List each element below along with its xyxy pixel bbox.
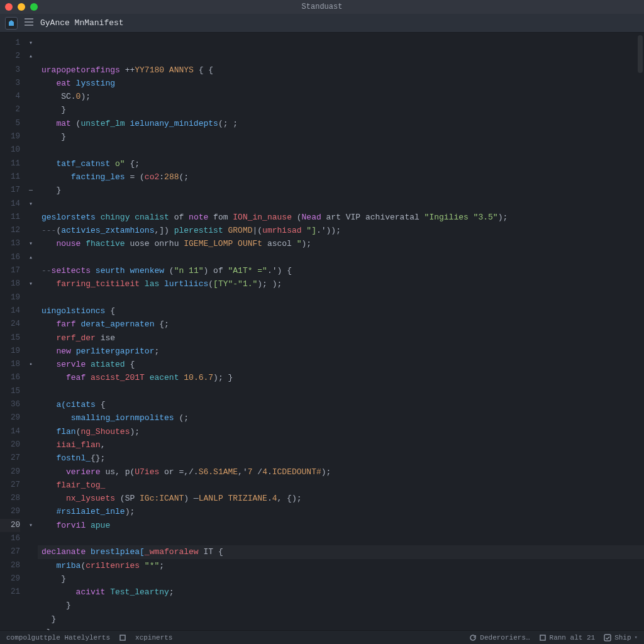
code-line[interactable]: --seitects seurth wnenkew ("n 11") of "A… bbox=[42, 264, 644, 277]
code-line[interactable]: } bbox=[42, 184, 644, 197]
code-line[interactable] bbox=[42, 291, 644, 304]
code-line[interactable]: servle atiated { bbox=[42, 358, 644, 371]
fold-marker bbox=[24, 492, 38, 505]
status-sync[interactable]: Dederoriers… bbox=[469, 634, 530, 641]
code-line[interactable]: #rsilalet_inle); bbox=[42, 505, 644, 518]
fold-marker[interactable]: ▾ bbox=[24, 36, 38, 50]
code-line[interactable]: tatf_catnst o" {; bbox=[42, 157, 644, 170]
line-number: 11 bbox=[0, 157, 20, 170]
code-line[interactable]: rerf_der ise bbox=[42, 331, 644, 345]
code-line[interactable]: farring_tcitileit las lurtliics([TY"-"1.… bbox=[42, 277, 644, 291]
line-number: 2 bbox=[0, 103, 20, 116]
code-line[interactable]: smalling_iornmpolites (; bbox=[42, 411, 644, 425]
status-ship[interactable]: Ship ▾ bbox=[604, 634, 638, 641]
fold-marker bbox=[24, 170, 38, 184]
fold-marker bbox=[24, 385, 38, 398]
code-line[interactable]: feaf ascist_201T eacent 10.6.7); } bbox=[42, 371, 644, 384]
code-line[interactable]: farf derat_apernaten {; bbox=[42, 318, 644, 331]
code-editor[interactable]: urapopetorafings ++YY7180 ANNYS { { eat … bbox=[38, 33, 644, 630]
line-number: 20 bbox=[0, 519, 20, 532]
fold-marker bbox=[24, 264, 38, 277]
code-line[interactable] bbox=[42, 385, 644, 398]
code-line[interactable]: new perlitergapritor; bbox=[42, 345, 644, 358]
line-number: 14 bbox=[0, 197, 20, 211]
code-line[interactable]: fostnl_{}; bbox=[42, 452, 644, 465]
code-line[interactable]: acivit Test_leartny; bbox=[42, 586, 644, 599]
line-number: 27 bbox=[0, 479, 20, 492]
code-line[interactable]: eat lyssting bbox=[42, 77, 644, 90]
fold-marker[interactable]: ▾ bbox=[24, 519, 38, 532]
status-position[interactable]: Rann alt 21 bbox=[539, 634, 596, 641]
line-number: 19 bbox=[0, 345, 20, 358]
line-number: 1 bbox=[0, 36, 20, 50]
line-number: 28 bbox=[0, 559, 20, 572]
fold-marker bbox=[24, 559, 38, 572]
line-number: 17 bbox=[0, 264, 20, 277]
close-icon[interactable] bbox=[5, 3, 13, 11]
line-number: 20 bbox=[0, 438, 20, 452]
code-line[interactable]: } bbox=[42, 103, 644, 116]
line-number: 29 bbox=[0, 465, 20, 479]
tab-file[interactable]: GyAnce MnManifest bbox=[40, 18, 124, 28]
editor-area: 1233425191011111714111213161718191424151… bbox=[0, 33, 644, 630]
fold-marker[interactable]: ▴ bbox=[24, 251, 38, 264]
code-line[interactable]: flair_tog_ bbox=[42, 479, 644, 492]
code-line[interactable]: uingolstioncs { bbox=[42, 304, 644, 318]
code-line[interactable]: geslorstets chingy cnalist of note fom I… bbox=[42, 211, 644, 224]
code-line[interactable]: }; bbox=[42, 626, 644, 630]
code-line[interactable] bbox=[42, 197, 644, 211]
code-line[interactable]: mat (unstef_lm ielunany_minidepts(; ; bbox=[42, 117, 644, 130]
code-line[interactable]: } bbox=[42, 599, 644, 612]
svg-rect-0 bbox=[120, 635, 125, 640]
code-line[interactable]: iiai_flan, bbox=[42, 438, 644, 452]
code-line[interactable]: } bbox=[42, 572, 644, 586]
code-line[interactable] bbox=[42, 251, 644, 264]
check-icon bbox=[604, 634, 611, 641]
line-number: 11 bbox=[0, 170, 20, 184]
line-number-gutter: 1233425191011111714111213161718191424151… bbox=[0, 33, 24, 630]
code-line[interactable]: veriere us, p(U7ies or =,/.S6.S1AME,'7 /… bbox=[42, 465, 644, 479]
code-line[interactable]: facting_les = (co2:288(; bbox=[42, 170, 644, 184]
line-number: 12 bbox=[0, 224, 20, 237]
fold-marker bbox=[24, 64, 38, 77]
status-left-2[interactable]: xcpinerts bbox=[135, 634, 172, 641]
fold-marker bbox=[24, 304, 38, 318]
minimize-icon[interactable] bbox=[18, 3, 25, 11]
line-number: 3 bbox=[0, 77, 20, 90]
fold-marker bbox=[24, 157, 38, 170]
code-line[interactable]: ---(activies_zxtamhions,]) plerestist GR… bbox=[42, 224, 644, 237]
code-line[interactable]: urapopetorafings ++YY7180 ANNYS { { bbox=[42, 64, 644, 77]
code-line[interactable]: flan(ng_Shoutes); bbox=[42, 425, 644, 438]
code-line[interactable]: SC.0); bbox=[42, 90, 644, 103]
fold-marker[interactable]: ▾ bbox=[24, 197, 38, 211]
line-number: 15 bbox=[0, 331, 20, 345]
app-icon[interactable] bbox=[5, 17, 18, 30]
code-line[interactable]: declanate brestlpiea[_wmaforalew IT { bbox=[38, 545, 644, 558]
fold-marker[interactable]: ▾ bbox=[24, 237, 38, 250]
maximize-icon[interactable] bbox=[30, 3, 38, 11]
code-line[interactable]: forvil apue bbox=[42, 519, 644, 532]
svg-rect-1 bbox=[540, 635, 545, 640]
code-line[interactable]: mriba(criltenries "*"; bbox=[42, 559, 644, 572]
line-number: 27 bbox=[0, 545, 20, 558]
code-line[interactable]: a(citats { bbox=[42, 398, 644, 411]
fold-marker[interactable]: ▪ bbox=[24, 358, 38, 371]
code-line[interactable] bbox=[42, 143, 644, 157]
fold-marker[interactable]: ▴ bbox=[24, 50, 38, 63]
code-line[interactable]: nx_lysuets (SP IGc:ICANT) —LANLP TRIZIAN… bbox=[42, 492, 644, 505]
code-line[interactable]: } bbox=[42, 613, 644, 626]
fold-marker bbox=[24, 452, 38, 465]
toolbar: GyAnce MnManifest bbox=[0, 14, 644, 33]
line-number: 19 bbox=[0, 291, 20, 304]
status-left-1[interactable]: compolguttple Hatelylerts bbox=[6, 634, 110, 641]
fold-marker bbox=[24, 438, 38, 452]
code-line[interactable]: nouse fhactive uose onrhu IGEME_LOMP OUN… bbox=[42, 237, 644, 250]
fold-marker[interactable]: ▾ bbox=[24, 277, 38, 291]
line-number: 5 bbox=[0, 117, 20, 130]
hamburger-icon[interactable] bbox=[24, 18, 34, 29]
line-number: 24 bbox=[0, 318, 20, 331]
fold-marker[interactable]: — bbox=[24, 184, 38, 197]
code-line[interactable]: } bbox=[42, 130, 644, 143]
vertical-scrollbar[interactable] bbox=[638, 35, 643, 73]
code-line[interactable] bbox=[42, 532, 644, 545]
